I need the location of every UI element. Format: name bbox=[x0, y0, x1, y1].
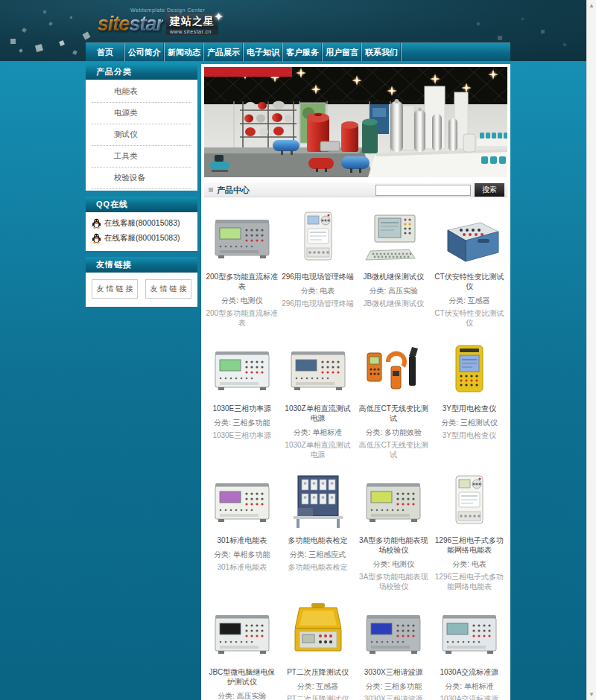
nav-item-0[interactable]: 首页 bbox=[86, 43, 125, 61]
scroll-down-icon[interactable]: ▼ bbox=[589, 689, 595, 700]
product-alt-link[interactable]: 296用电现场管理终端 bbox=[282, 299, 354, 308]
product-image[interactable] bbox=[283, 206, 353, 269]
product-name-link[interactable]: 高低压CT无线变比测试 bbox=[357, 404, 430, 423]
product-image[interactable] bbox=[207, 470, 277, 532]
site-logo[interactable]: Webtemplate Design Center site star 建站之星… bbox=[98, 7, 218, 36]
logo-badge: 建站之星 bbox=[166, 14, 218, 29]
product-name-link[interactable]: PT二次压降测试仪 bbox=[287, 667, 349, 677]
product-alt-link[interactable]: 3030X三相谐波源 bbox=[364, 694, 423, 700]
friend-link-button-1[interactable]: 友情链接 bbox=[145, 279, 191, 299]
product-alt-link[interactable]: 1030A交流标准源 bbox=[440, 694, 498, 700]
product-card-6: 高低压CT无线变比测试 分类: 多功能效验 高低压CT无线变比测试 bbox=[355, 334, 431, 465]
product-category: 分类: 单相标准 bbox=[294, 427, 343, 437]
product-image[interactable] bbox=[358, 338, 428, 401]
product-name-link[interactable]: 296用电现场管理终端 bbox=[282, 272, 354, 281]
product-image[interactable] bbox=[283, 602, 353, 664]
nav-item-6[interactable]: 用户留言 bbox=[323, 43, 362, 61]
product-alt-link[interactable]: 3A型多功能电能表现场校验仪 bbox=[357, 572, 430, 591]
logo-badge-url: www.sitestar.cn bbox=[166, 29, 218, 35]
product-name-link[interactable]: 200型多功能直流标准表 bbox=[206, 272, 279, 291]
categories-panel-title: 产品分类 bbox=[86, 64, 197, 80]
product-image[interactable] bbox=[358, 206, 428, 269]
product-alt-link[interactable]: 1030E三相功率源 bbox=[212, 430, 271, 440]
product-center-title: 产品中心 bbox=[217, 185, 375, 196]
qq-service-item-1[interactable]: 在线客服(800015083) bbox=[92, 231, 191, 246]
product-card-7: 3Y型用电检查仪 分类: 三相测试仪 3Y型用电检查仪 bbox=[431, 334, 507, 465]
category-list: 电能表电源类测试仪工具类校验设备 bbox=[86, 80, 197, 191]
product-name-link[interactable]: JBC型微电脑继电保护测试仪 bbox=[206, 667, 279, 687]
product-image[interactable] bbox=[207, 602, 277, 664]
product-card-10: 3A型多功能电能表现场校验仪 分类: 电测仪 3A型多功能电能表现场校验仪 bbox=[355, 465, 431, 597]
product-name-link[interactable]: JB微机继保测试仪 bbox=[363, 272, 424, 281]
product-card-4: 1030E三相功率源 分类: 三相多功能 1030E三相功率源 bbox=[204, 334, 280, 465]
nav-item-1[interactable]: 公司简介 bbox=[125, 43, 165, 61]
category-item-4[interactable]: 校验设备 bbox=[92, 168, 191, 189]
product-name-link[interactable]: 1030Z单相直流测试电源 bbox=[282, 404, 355, 423]
product-name-link[interactable]: 301标准电能表 bbox=[218, 535, 267, 545]
product-image[interactable] bbox=[283, 338, 353, 401]
product-image[interactable] bbox=[358, 470, 428, 532]
product-name-link[interactable]: 1030A交流标准源 bbox=[440, 667, 498, 677]
logo-star-text: star bbox=[130, 13, 164, 36]
category-item-2[interactable]: 测试仪 bbox=[92, 124, 191, 146]
product-alt-link[interactable]: 3Y型用电检查仪 bbox=[443, 430, 496, 440]
product-alt-link[interactable]: PT二次压降测试仪 bbox=[287, 694, 349, 700]
nav-item-2[interactable]: 新闻动态 bbox=[165, 43, 204, 61]
category-item-1[interactable]: 电源类 bbox=[92, 103, 191, 124]
qq-service-item-0[interactable]: 在线客服(800015083) bbox=[92, 216, 191, 231]
product-name-link[interactable]: CT伏安特性变比测试仪 bbox=[433, 272, 506, 291]
product-image[interactable] bbox=[434, 206, 504, 269]
product-category: 分类: 互感器 bbox=[297, 681, 339, 691]
search-button[interactable]: 搜索 bbox=[475, 183, 504, 197]
product-card-8: 301标准电能表 分类: 单相多功能 301标准电能表 bbox=[204, 465, 280, 597]
product-name-link[interactable]: 3Y型用电检查仪 bbox=[443, 404, 496, 413]
product-image[interactable] bbox=[358, 602, 428, 664]
product-name-link[interactable]: 3A型多功能电能表现场校验仪 bbox=[357, 535, 430, 555]
product-card-5: 1030Z单相直流测试电源 分类: 单相标准 1030Z单相直流测试电源 bbox=[280, 334, 356, 465]
product-alt-link[interactable]: 高低压CT无线变比测试 bbox=[357, 440, 430, 459]
scrollbar[interactable]: ▲ ▼ bbox=[586, 0, 596, 700]
product-category: 分类: 高压实验 bbox=[218, 691, 267, 700]
product-category: 分类: 三相测试仪 bbox=[441, 418, 498, 427]
product-category: 分类: 三相多功能 bbox=[365, 681, 422, 691]
product-category: 分类: 电表 bbox=[452, 559, 486, 569]
scroll-up-icon[interactable]: ▲ bbox=[589, 0, 595, 11]
sidebar: 产品分类 电能表电源类测试仪工具类校验设备 QQ在线 在线客服(80001508… bbox=[86, 64, 197, 307]
product-name-link[interactable]: 1030E三相功率源 bbox=[212, 404, 271, 413]
nav-item-7[interactable]: 联系我们 bbox=[362, 43, 402, 61]
product-name-link[interactable]: 多功能电能表检定 bbox=[288, 535, 348, 545]
product-category: 分类: 多功能效验 bbox=[365, 427, 422, 437]
bullet-icon bbox=[209, 188, 213, 192]
product-alt-link[interactable]: 301标准电能表 bbox=[218, 562, 267, 572]
product-image[interactable] bbox=[207, 338, 277, 401]
product-grid: 200型多功能直流标准表 分类: 电测仪 200型多功能直流标准表 296用电现… bbox=[204, 197, 507, 700]
qq-service-label: 在线客服(800015083) bbox=[104, 233, 180, 244]
product-image[interactable] bbox=[283, 470, 353, 532]
category-item-3[interactable]: 工具类 bbox=[92, 146, 191, 168]
nav-item-4[interactable]: 电子知识 bbox=[244, 43, 283, 61]
product-name-link[interactable]: 3030X三相谐波源 bbox=[364, 667, 423, 677]
nav-item-3[interactable]: 产品展示 bbox=[204, 43, 244, 61]
product-alt-link[interactable]: 1296三相电子式多功能网络电能表 bbox=[433, 572, 506, 591]
product-card-11: 1296三相电子式多功能网络电能表 分类: 电表 1296三相电子式多功能网络电… bbox=[431, 465, 507, 597]
product-image[interactable] bbox=[434, 602, 504, 664]
product-image[interactable] bbox=[434, 470, 504, 532]
product-alt-link[interactable]: JB微机继保测试仪 bbox=[363, 299, 424, 308]
search-input[interactable] bbox=[375, 185, 471, 196]
category-item-0[interactable]: 电能表 bbox=[92, 81, 191, 103]
product-card-3: CT伏安特性变比测试仪 分类: 互感器 CT伏安特性变比测试仪 bbox=[431, 202, 507, 334]
main-panel: 产品中心 搜索 200型多功能直流标准表 分类: 电测仪 200型多功能直流标准… bbox=[201, 64, 510, 700]
product-image[interactable] bbox=[207, 206, 277, 269]
product-alt-link[interactable]: 多功能电能表检定 bbox=[288, 562, 348, 572]
friend-links-row: 友情链接友情链接 bbox=[86, 273, 197, 307]
nav-item-5[interactable]: 客户服务 bbox=[283, 43, 323, 61]
product-name-link[interactable]: 1296三相电子式多功能网络电能表 bbox=[433, 535, 506, 555]
product-image[interactable] bbox=[434, 338, 504, 401]
product-categories-panel: 产品分类 电能表电源类测试仪工具类校验设备 bbox=[86, 64, 197, 191]
product-category: 分类: 电表 bbox=[301, 286, 335, 296]
showroom-banner-image[interactable] bbox=[204, 67, 507, 177]
product-alt-link[interactable]: CT伏安特性变比测试仪 bbox=[433, 308, 506, 328]
product-alt-link[interactable]: 1030Z单相直流测试电源 bbox=[282, 440, 355, 459]
product-alt-link[interactable]: 200型多功能直流标准表 bbox=[206, 308, 279, 328]
friend-link-button-0[interactable]: 友情链接 bbox=[92, 279, 138, 299]
